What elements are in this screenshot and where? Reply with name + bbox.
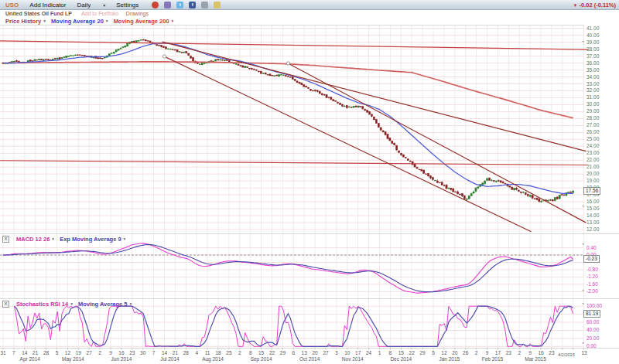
dropdown-icon[interactable]: ▾ xyxy=(52,236,54,241)
last-price-box: 17.56 xyxy=(583,187,600,195)
fan-trendline-3[interactable] xyxy=(288,63,586,223)
stoch-value-box: 81.19 xyxy=(583,310,600,318)
current-date-label: 4/2/2015 xyxy=(551,352,582,357)
chart-canvas[interactable] xyxy=(0,0,619,364)
lower-channel-line[interactable] xyxy=(0,161,588,165)
trendline-drawings[interactable] xyxy=(0,41,588,232)
drawing-handle-icon xyxy=(286,62,289,65)
dropdown-icon[interactable]: ▾ xyxy=(70,301,73,306)
fan-trendline-1[interactable] xyxy=(162,42,587,151)
drawing-handle-icon xyxy=(162,55,166,58)
stoch-rsi-menu[interactable]: Stochastics RSI 14 xyxy=(16,301,68,308)
stoch-close-button[interactable]: X xyxy=(2,301,9,308)
dropdown-icon[interactable]: ▾ xyxy=(124,236,126,241)
macd-close-button[interactable]: X xyxy=(2,236,9,243)
charting-app: USO Add Indicator Daily ▾ Settings tf ▼ … xyxy=(0,0,619,364)
macd-value-box: -0.23 xyxy=(583,255,600,263)
macd-signal-menu[interactable]: Exp Moving Average 9 xyxy=(60,236,121,243)
macd-panel-header: X MACD 12 26▾ Exp Moving Average 9▾ xyxy=(0,235,588,243)
future-tick-label: 13 xyxy=(579,350,590,355)
dropdown-icon[interactable]: ▾ xyxy=(130,301,132,306)
stoch-panel-header: X Stochastics RSI 14▾ Moving Average 5▾ xyxy=(0,300,588,308)
stoch-ma-menu[interactable]: Moving Average 5 xyxy=(78,301,128,308)
macd-menu[interactable]: MACD 12 26 xyxy=(16,236,50,243)
